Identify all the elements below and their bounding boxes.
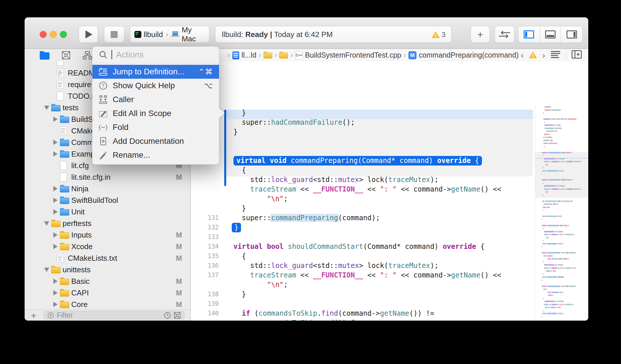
- add-editor-button[interactable]: [571, 50, 582, 60]
- clock-icon[interactable]: [164, 312, 171, 319]
- code-text: traceStream << __FUNCTION__ << ": " << c…: [225, 271, 501, 280]
- disclosure-closed-icon[interactable]: [53, 198, 58, 203]
- code-text: virtual void commandPreparing(Command* c…: [225, 156, 482, 166]
- code-line[interactable]: super::hadCommandFailure();: [191, 118, 588, 127]
- code-line-135[interactable]: 135 {: [191, 251, 588, 261]
- menu-item-edit-all-in-scope[interactable]: Edit All in Scope: [92, 106, 219, 120]
- code-line[interactable]: }: [191, 108, 588, 118]
- scheme-selector[interactable]: llbuild › My Mac: [130, 26, 209, 43]
- menu-item-jump-to-definition-[interactable]: Jump to Definition...⌃⌘: [92, 65, 219, 79]
- previous-issue-button[interactable]: ‹: [521, 50, 524, 60]
- code-line-132[interactable]: 132 }: [191, 223, 588, 232]
- file-row-Basic[interactable]: BasicM: [25, 275, 190, 287]
- file-row-lit.site.cfg.in[interactable]: lit.site.cfg.inM: [25, 171, 190, 183]
- code-line[interactable]: [191, 146, 588, 156]
- toggle-inspector-button[interactable]: [561, 26, 582, 43]
- warning-summary[interactable]: 3: [432, 26, 445, 43]
- minimap-line: [548, 295, 554, 296]
- code-line[interactable]: [191, 137, 588, 146]
- add-file-button[interactable]: +: [31, 310, 36, 321]
- breadcrumb-BuildSystemFrontendTest.cpp[interactable]: C++BuildSystemFrontendTest.cpp: [295, 51, 401, 60]
- file-row-Unit[interactable]: Unit: [25, 206, 190, 218]
- activity-status[interactable]: llbuild: Ready | Today at 6:42 PM 3: [215, 26, 452, 43]
- close-button[interactable]: [40, 31, 47, 38]
- code-line-131[interactable]: 131 super::commandPreparing(command);: [191, 213, 588, 223]
- minimap[interactable]: [535, 105, 588, 321]
- file-row-SwiftBuildTool[interactable]: SwiftBuildTool: [25, 194, 190, 206]
- file-row-Inputs[interactable]: InputsM: [25, 229, 190, 241]
- disclosure-open-icon[interactable]: [44, 268, 49, 272]
- code-line[interactable]: traceStream << __FUNCTION__ << ": " << c…: [191, 185, 588, 194]
- file-name: Inputs: [71, 231, 92, 240]
- toggle-debug-area-button[interactable]: [540, 26, 561, 43]
- minimize-button[interactable]: [50, 31, 57, 38]
- minimap-line: [544, 264, 563, 266]
- run-button[interactable]: [79, 26, 98, 43]
- code-line-140[interactable]: 140 if (commandsToSkip.find(command->get…: [191, 309, 588, 318]
- code-line-138[interactable]: 138 }: [191, 290, 588, 299]
- code-line[interactable]: commandsToSkip.end()) {: [191, 318, 588, 321]
- code-line[interactable]: std::lock_guard<std::mutex> lock(traceMu…: [191, 175, 588, 185]
- file-row-Xcode[interactable]: XcodeM: [25, 241, 190, 252]
- menu-item-add-documentation[interactable]: Add Documentation: [92, 134, 219, 148]
- file-row-CAPI[interactable]: CAPIM: [25, 287, 190, 299]
- menu-item-fold[interactable]: {⋯}Fold: [92, 120, 219, 134]
- menu-item-show-quick-help[interactable]: ?Show Quick Help⌥: [92, 79, 219, 93]
- disclosure-closed-icon[interactable]: [53, 290, 58, 295]
- toggle-navigator-button[interactable]: [518, 26, 540, 43]
- related-items-button[interactable]: [550, 50, 561, 60]
- editor-mode-button[interactable]: [495, 26, 514, 43]
- disclosure-closed-icon[interactable]: [53, 244, 58, 249]
- disclosure-closed-icon[interactable]: [53, 117, 58, 122]
- code-line[interactable]: }: [191, 127, 588, 137]
- breadcrumb-ll...ld[interactable]: ll...ld: [232, 51, 256, 59]
- zoom-button[interactable]: [60, 31, 67, 38]
- code-line[interactable]: {: [191, 166, 588, 175]
- file-row-unittests[interactable]: unittests: [25, 264, 190, 275]
- code-line-136[interactable]: 136 std::lock_guard<std::mutex> lock(tra…: [191, 261, 588, 271]
- disclosure-closed-icon[interactable]: [53, 209, 58, 214]
- filter-field[interactable]: Filter: [44, 311, 185, 319]
- code-line-139[interactable]: 139: [191, 299, 588, 309]
- source-editor[interactable]: } super::hadCommandFailure(); } virtual …: [191, 61, 588, 321]
- code-line-134[interactable]: 134 virtual bool shouldCommandStart(Comm…: [191, 242, 588, 251]
- disclosure-open-icon[interactable]: [44, 106, 49, 110]
- scm-status-icon[interactable]: [174, 312, 181, 319]
- minimap-line: [544, 158, 565, 159]
- code-line[interactable]: "\n";: [191, 280, 588, 290]
- disclosure-closed-icon[interactable]: [53, 232, 58, 238]
- folder-icon: [264, 52, 272, 59]
- breadcrumb-folder[interactable]: [279, 52, 288, 59]
- file-row-Core[interactable]: CoreM: [25, 299, 190, 310]
- disclosure-closed-icon[interactable]: [53, 140, 58, 145]
- actions-search-field[interactable]: Actions: [92, 47, 219, 63]
- next-issue-button[interactable]: ›: [542, 50, 545, 60]
- code-line[interactable]: virtual void commandPreparing(Command* c…: [191, 156, 588, 166]
- disclosure-open-icon[interactable]: [44, 221, 49, 226]
- minimap-line: [542, 286, 576, 287]
- file-row-perftests[interactable]: perftests: [25, 218, 190, 229]
- code-line-133[interactable]: 133: [191, 232, 588, 242]
- forward-chevron-icon[interactable]: ›: [225, 51, 232, 60]
- navigator-tab-source-control-navigator-icon[interactable]: [62, 51, 70, 60]
- code-line[interactable]: }: [191, 204, 588, 213]
- menu-item-caller[interactable]: Caller: [92, 93, 219, 106]
- disclosure-closed-icon[interactable]: [53, 151, 58, 157]
- file-row-Ninja[interactable]: Ninja: [25, 183, 190, 194]
- code-line[interactable]: "\n";: [191, 194, 588, 204]
- library-add-button[interactable]: +: [471, 26, 490, 43]
- breadcrumb-folder[interactable]: [264, 52, 272, 59]
- disclosure-closed-icon[interactable]: [53, 302, 58, 307]
- menu-item-rename-[interactable]: Rename...: [92, 148, 219, 162]
- line-number: 133: [191, 232, 219, 242]
- file-row-CMakeLists.txt[interactable]: CMakeLists.txtM: [25, 252, 190, 264]
- navigator-tab-project-navigator-icon[interactable]: [40, 51, 50, 60]
- warning-icon[interactable]: [529, 52, 537, 59]
- navigator-tab-symbol-navigator-icon[interactable]: [83, 51, 92, 60]
- disclosure-closed-icon[interactable]: [53, 186, 58, 191]
- disclosure-closed-icon[interactable]: [53, 279, 58, 284]
- breadcrumb-commandPreparing(command)[interactable]: McommandPreparing(command): [408, 51, 519, 59]
- minimap-line: [545, 128, 562, 129]
- stop-button[interactable]: [104, 26, 124, 43]
- code-line-137[interactable]: 137 traceStream << __FUNCTION__ << ": " …: [191, 271, 588, 280]
